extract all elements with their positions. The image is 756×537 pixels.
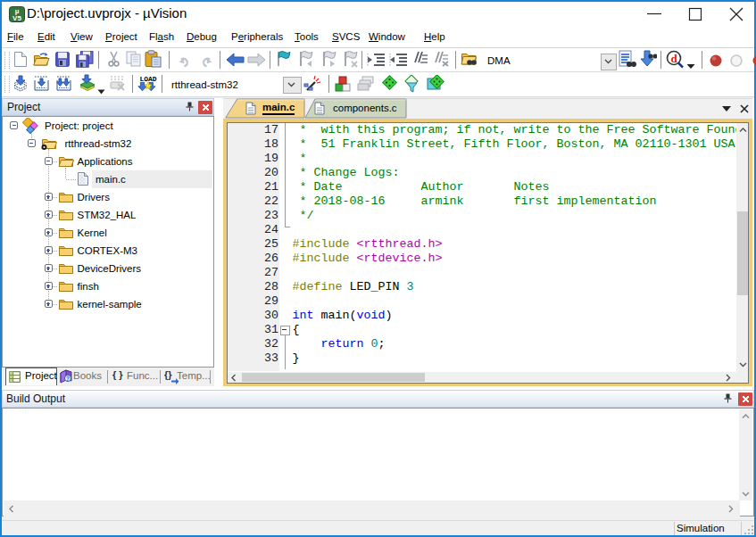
svg-text:?: ? [66, 376, 70, 382]
svg-text:d: d [670, 52, 677, 65]
svg-text:V5: V5 [12, 14, 21, 22]
